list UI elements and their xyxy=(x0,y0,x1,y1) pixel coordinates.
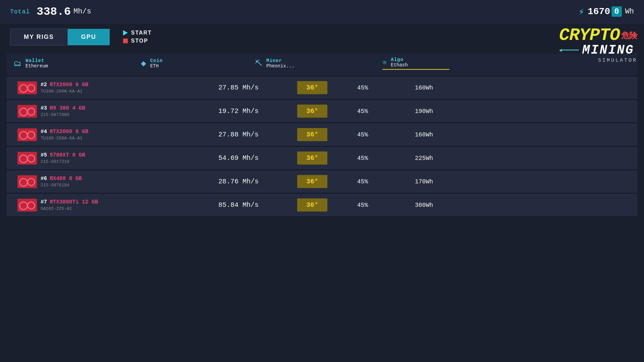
coin-col-title: Coin xyxy=(150,58,163,63)
gpu-row: #6 RX480 8 GB 215-0876184 28.76 Mh/s 36°… xyxy=(7,171,637,192)
gpu-icon-col xyxy=(14,199,41,212)
gpu-icon-col xyxy=(14,105,41,118)
gpu-power: 225Wh xyxy=(386,155,436,162)
gpu-name-row: #2 RTX2060 8 GB xyxy=(41,82,192,88)
start-button[interactable]: START xyxy=(123,30,152,36)
total-unit: Mh/s xyxy=(73,7,91,16)
gpu-hashrate: 27.85 Mh/s xyxy=(192,84,285,92)
gpu-name-row: #7 RTX3080Ti 12 GB xyxy=(41,199,192,205)
power-bar-value: 0 xyxy=(614,7,619,16)
gpu-temp: 36° xyxy=(297,198,327,212)
gpu-model: R9 380 4 GB xyxy=(50,105,85,111)
logo-mining: MINING xyxy=(582,43,634,57)
gpu-row: #7 RTX3080Ti 12 GB GA102-225-A1 85.84 Mh… xyxy=(7,194,637,216)
gpu-temp: 36° xyxy=(297,105,327,118)
gpu-number: #2 xyxy=(41,82,47,88)
tab-my-rigs[interactable]: MY RIGS xyxy=(10,28,68,46)
play-icon xyxy=(123,30,128,36)
gpu-id: TU106-200A-KA-A1 xyxy=(41,89,192,94)
gpu-info-col: #5 5700XT 8 GB 215-0917210 xyxy=(41,152,192,164)
gpu-number: #5 xyxy=(41,152,47,158)
coin-header-text: Coin ETH xyxy=(150,58,163,69)
miner-column-header: ⛏ Miner Pheonix... xyxy=(255,58,382,69)
gpu-number: #3 xyxy=(41,105,47,111)
algo-icon: ⚛ xyxy=(382,58,387,67)
gpu-info-col: #6 RX480 8 GB 215-0876184 xyxy=(41,176,192,188)
power-value: 1670 xyxy=(588,6,610,17)
total-hashrate: 338.6 xyxy=(37,5,71,18)
logo-area: CRYPTO 危険 ◀━━━━━━ MINING SIMULATOR xyxy=(559,27,637,63)
gpu-temp-col: 36° xyxy=(285,105,339,118)
gpu-id: GA102-225-A1 xyxy=(41,206,192,211)
gpu-hashrate: 27.88 Mh/s xyxy=(192,131,285,138)
tab-gpu[interactable]: GPU xyxy=(68,29,110,45)
gpu-temp-col: 36° xyxy=(285,152,339,165)
gpu-icon-col xyxy=(14,128,41,141)
gpu-temp: 36° xyxy=(297,128,327,141)
gpu-card-icon xyxy=(17,105,37,118)
stop-button[interactable]: STOP xyxy=(123,38,152,44)
gpu-power: 190Wh xyxy=(386,108,436,115)
gpu-rows-container: #2 RTX2060 8 GB TU106-200A-KA-A1 27.85 M… xyxy=(7,75,637,218)
gpu-fan: 45% xyxy=(339,178,386,185)
gpu-row: #4 RTX2060 8 GB TU106-200A-KA-A1 27.88 M… xyxy=(7,124,637,145)
wallet-column-header: 🗂 Wallet Ethereum xyxy=(13,58,141,69)
gpu-temp-col: 36° xyxy=(285,128,339,141)
gpu-id: 215-0877000 xyxy=(41,112,192,117)
wallet-icon: 🗂 xyxy=(13,59,21,68)
gpu-id: 215-0917210 xyxy=(41,159,192,164)
gpu-hashrate: 19.72 Mh/s xyxy=(192,107,285,115)
gpu-fan: 45% xyxy=(339,131,386,138)
gpu-power: 170Wh xyxy=(386,178,436,185)
gpu-fan: 45% xyxy=(339,202,386,208)
gpu-name-row: #5 5700XT 8 GB xyxy=(41,152,192,158)
gpu-info-col: #4 RTX2060 8 GB TU106-200A-KA-A1 xyxy=(41,129,192,141)
gpu-model: RTX3080Ti 12 GB xyxy=(50,199,98,205)
total-label: Total xyxy=(10,8,30,15)
gpu-fan: 45% xyxy=(339,84,386,91)
start-label: START xyxy=(131,30,152,36)
gpu-model: RX480 8 GB xyxy=(50,176,82,182)
miner-header-text: Miner Pheonix... xyxy=(266,58,294,69)
power-bar: 0 xyxy=(611,6,622,17)
logo-danger: 危険 xyxy=(621,30,637,41)
gpu-temp: 36° xyxy=(297,152,327,165)
algo-column-header: ⚛ Algo Ethash xyxy=(382,57,449,70)
gpu-temp-col: 36° xyxy=(285,81,339,94)
gpu-id: 215-0876184 xyxy=(41,183,192,188)
column-headers: 🗂 Wallet Ethereum ◆ Coin ETH ⛏ Miner Phe… xyxy=(7,54,637,75)
gpu-icon-col xyxy=(14,152,41,165)
nav-bar: MY RIGS GPU START STOP xyxy=(0,23,644,50)
gpu-name-row: #6 RX480 8 GB xyxy=(41,176,192,182)
gpu-card-icon xyxy=(17,128,37,141)
gpu-power: 160Wh xyxy=(386,84,436,91)
stop-icon xyxy=(123,39,128,43)
gpu-hashrate: 54.69 Mh/s xyxy=(192,154,285,162)
gpu-power: 160Wh xyxy=(386,131,436,138)
gpu-info-col: #2 RTX2060 8 GB TU106-200A-KA-A1 xyxy=(41,82,192,94)
miner-col-value: Pheonix... xyxy=(266,63,294,69)
gpu-hashrate: 28.76 Mh/s xyxy=(192,178,285,185)
coin-col-value: ETH xyxy=(150,63,163,69)
wallet-header-text: Wallet Ethereum xyxy=(25,58,48,69)
gpu-info-col: #7 RTX3080Ti 12 GB GA102-225-A1 xyxy=(41,199,192,211)
gpu-icon-col xyxy=(14,81,41,94)
gpu-card-icon xyxy=(17,81,37,94)
gpu-power: 300Wh xyxy=(386,202,436,208)
gpu-fan: 45% xyxy=(339,108,386,115)
logo-simulator: SIMULATOR xyxy=(598,58,637,63)
logo-crypto: CRYPTO xyxy=(559,27,620,44)
gpu-id: TU106-200A-KA-A1 xyxy=(41,136,192,141)
gpu-card-icon xyxy=(17,152,37,165)
controls: START STOP xyxy=(123,30,152,44)
gpu-hashrate: 85.84 Mh/s xyxy=(192,201,285,209)
gpu-row: #3 R9 380 4 GB 215-0877000 19.72 Mh/s 36… xyxy=(7,100,637,122)
algo-header-text: Algo Ethash xyxy=(391,57,408,68)
gpu-number: #7 xyxy=(41,199,47,205)
gpu-fan: 45% xyxy=(339,155,386,162)
gpu-row: #2 RTX2060 8 GB TU106-200A-KA-A1 27.85 M… xyxy=(7,77,637,99)
coin-icon: ◆ xyxy=(141,58,146,69)
gpu-icon-col xyxy=(14,175,41,188)
gpu-card-icon xyxy=(17,199,37,212)
wallet-col-value: Ethereum xyxy=(25,63,48,69)
